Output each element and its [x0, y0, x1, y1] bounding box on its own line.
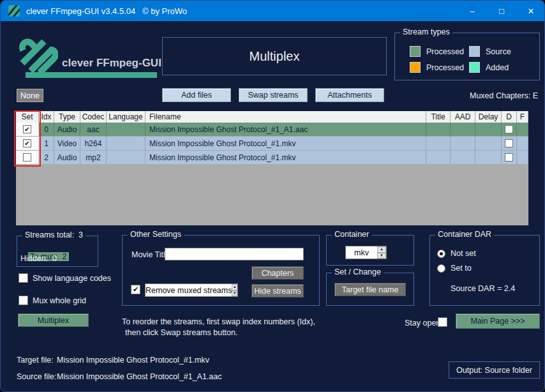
legend-item-source: Source	[469, 46, 511, 57]
container-value: mkv	[346, 246, 377, 259]
other-settings-group-label: Other Settings	[128, 230, 184, 239]
column-header-filename[interactable]: Filename	[146, 111, 426, 123]
stay-open-checkbox[interactable]	[438, 317, 447, 327]
cell-type: Audio	[54, 151, 80, 164]
d-checkbox[interactable]	[505, 139, 513, 147]
column-header-set[interactable]: Set	[16, 111, 39, 123]
multiplex-button[interactable]: Multiplex	[18, 313, 89, 327]
column-header-codec[interactable]: Codec	[80, 111, 107, 123]
column-header-type[interactable]: Type	[54, 111, 80, 123]
none-button[interactable]: None	[17, 89, 43, 102]
legend-label: Source	[486, 47, 511, 56]
close-button[interactable]: ✕	[516, 1, 545, 21]
legend-swatch-icon	[469, 62, 480, 73]
movie-title-input[interactable]	[165, 248, 304, 260]
source-file-value: Mission Impossible Ghost Protocol_#1_A1.…	[57, 372, 221, 381]
chapters-button[interactable]: Chapters	[251, 266, 304, 280]
cell-filename: Mission Impossible Ghost Protocol_#1.mkv	[146, 151, 426, 164]
container-dar-group-label: Container DAR	[435, 230, 494, 239]
movie-title-label: Movie Title	[131, 250, 170, 259]
stay-open-label: Stay open	[405, 319, 440, 328]
set-checkbox[interactable]: ✔	[23, 125, 31, 133]
title-bar: clever FFmpeg-GUI v3.4.5.04 © by ProWo –…	[1, 1, 545, 21]
cell-idx: 0	[39, 123, 54, 136]
cell-title	[426, 123, 451, 136]
spinner-up-icon[interactable]: ▲	[232, 284, 237, 290]
remove-muxed-streams-value: Remove muxed streams	[146, 284, 232, 296]
cell-type: Audio	[54, 123, 80, 136]
maximize-button[interactable]: □	[487, 1, 516, 21]
mux-whole-grid-checkbox[interactable]	[19, 296, 28, 305]
output-source-folder-button[interactable]: Output: Source folder	[449, 361, 540, 379]
legend-swatch-icon	[410, 62, 421, 73]
stream-row[interactable]: ✔1Videoh264Mission Impossible Ghost Prot…	[16, 137, 528, 150]
output-source-folder-label: Output: Source folder	[456, 366, 532, 375]
add-files-button[interactable]: Add files	[162, 88, 231, 102]
page-title: Multiplex	[250, 49, 300, 64]
logo-text: clever FFmpeg-GUI	[62, 57, 161, 70]
target-file-label: Target file:	[17, 356, 54, 365]
show-language-codes-checkbox[interactable]	[19, 273, 28, 283]
column-header-language[interactable]: Language	[107, 111, 146, 123]
column-header-title[interactable]: Title	[426, 111, 451, 123]
cell-f	[517, 137, 528, 150]
app-logo-icon-large	[17, 36, 58, 75]
window-title: clever FFmpeg-GUI v3.4.5.04 © by ProWo	[26, 6, 187, 16]
spinner-down-icon[interactable]: ▼	[232, 290, 237, 297]
stream-row[interactable]: ✔0AudioaacMission Impossible Ghost Proto…	[16, 123, 528, 136]
cell-f	[517, 151, 528, 164]
cell-set: ✔	[16, 123, 39, 136]
app-window: clever FFmpeg-GUI v3.4.5.04 © by ProWo –…	[0, 0, 545, 392]
column-header-f[interactable]: F	[517, 111, 528, 123]
cell-delay	[475, 151, 502, 164]
cell-delay	[475, 123, 502, 136]
legend-label: Processed	[426, 63, 464, 72]
spinner-down-icon[interactable]: ▼	[377, 253, 386, 259]
swap-streams-button[interactable]: Swap streams	[239, 88, 308, 102]
column-header-delay[interactable]: Delay	[475, 111, 502, 123]
main-page-button[interactable]: Main Page >>>	[456, 313, 540, 329]
container-spinner[interactable]: mkv ▲ ▼	[345, 246, 387, 259]
source-dar-value: Source DAR = 2.4	[451, 284, 515, 293]
set-checkbox[interactable]	[23, 153, 31, 162]
container-group-label: Container	[332, 230, 371, 239]
cell-title	[426, 137, 451, 150]
mux-whole-grid-label: Mux whole grid	[33, 296, 86, 305]
not-set-radio[interactable]	[437, 250, 445, 258]
column-header-idx[interactable]: Idx	[39, 111, 54, 123]
target-file-name-button[interactable]: Target file name	[334, 283, 406, 296]
cell-language	[107, 151, 146, 164]
cell-aad	[451, 151, 475, 164]
d-checkbox[interactable]	[505, 125, 513, 133]
cell-filename: Mission Impossible Ghost Protocol_#1.mkv	[146, 137, 426, 150]
cell-idx: 2	[39, 151, 54, 164]
set-checkbox[interactable]: ✔	[23, 139, 31, 147]
cell-title	[426, 151, 451, 164]
container-dar-group: Container DAR	[429, 235, 540, 306]
column-header-aad[interactable]: AAD	[451, 111, 475, 123]
show-language-codes-label: Show language codes	[33, 274, 111, 283]
not-set-label: Not set	[451, 249, 476, 258]
logo-underline-bar	[26, 72, 157, 78]
cell-set: ✔	[16, 137, 39, 150]
d-checkbox[interactable]	[505, 153, 513, 162]
cell-delay	[475, 137, 502, 150]
hidden-stat: Hidden: 0	[20, 254, 57, 263]
legend-item-processed: Processed	[410, 46, 464, 57]
remove-muxed-streams-spinner[interactable]: Remove muxed streams ▲ ▼	[145, 283, 238, 297]
muxed-chapters-status: Muxed Chapters: E	[470, 91, 538, 100]
cell-aad	[451, 123, 475, 136]
minimize-button[interactable]: –	[458, 1, 487, 21]
remove-muxed-streams-checkbox[interactable]: ✔	[131, 285, 140, 294]
streams-grid: SetIdxTypeCodecLanguageFilenameTitleAADD…	[16, 111, 528, 225]
cell-codec: aac	[80, 123, 107, 136]
set-to-radio[interactable]	[437, 264, 445, 273]
spinner-up-icon[interactable]: ▲	[377, 246, 386, 253]
instruction-line2: then click Swap streams button.	[125, 328, 237, 337]
legend-item-added: Added	[469, 62, 509, 73]
stream-row[interactable]: 2Audiomp2Mission Impossible Ghost Protoc…	[16, 151, 528, 164]
target-file-value: Mission Impossible Ghost Protocol_#1.mkv	[57, 356, 209, 365]
column-header-d[interactable]: D	[502, 111, 517, 123]
hide-streams-button[interactable]: Hide streams	[251, 284, 304, 298]
attachments-button[interactable]: Attachments	[315, 88, 384, 102]
